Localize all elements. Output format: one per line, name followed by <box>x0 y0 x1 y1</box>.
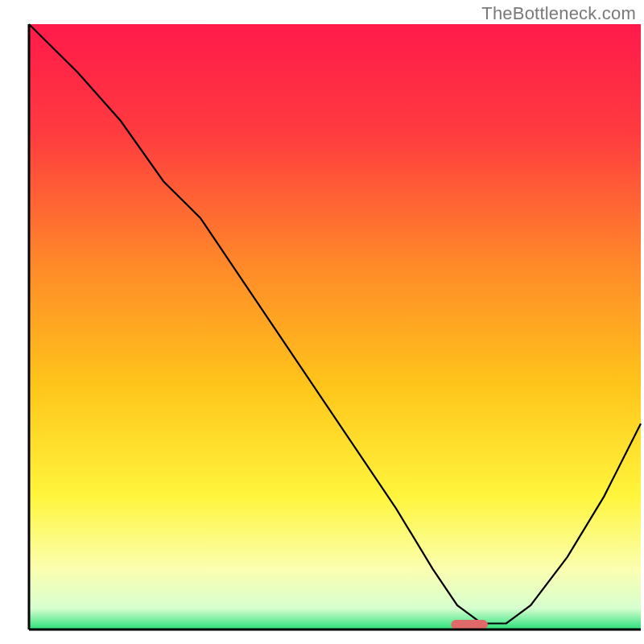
watermark-text: TheBottleneck.com <box>481 3 636 24</box>
optimal-marker <box>451 620 488 630</box>
plot-area <box>29 24 641 630</box>
bottleneck-chart <box>0 0 644 644</box>
gradient-background <box>29 24 641 630</box>
